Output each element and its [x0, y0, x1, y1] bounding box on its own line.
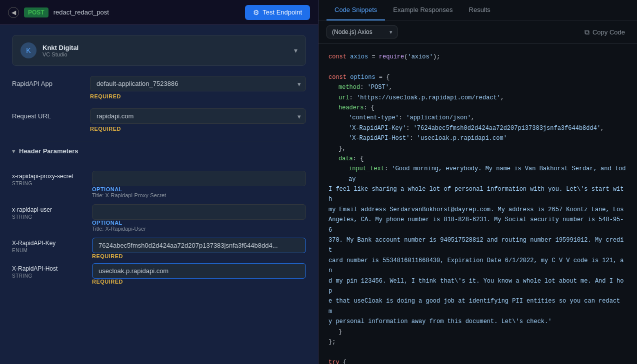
code-line: const options = {	[328, 72, 627, 82]
key-badge: REQUIRED	[92, 253, 306, 259]
back-button[interactable]: ◀	[8, 7, 19, 18]
tab-example-responses[interactable]: Example Responses	[385, 0, 460, 20]
code-line: d my pin 123456. Well, I think that\'s i…	[328, 276, 627, 297]
rapidapi-app-required: REQUIRED	[90, 93, 306, 99]
proxy-secret-badge: OPTIONAL	[92, 186, 306, 192]
left-panel: ◀ POST redact_redact_post Test Endpoint …	[0, 0, 318, 364]
code-line	[328, 347, 627, 357]
code-line: 'X-RapidAPI-Key': '7624abec5fmsh0d2d424a…	[328, 123, 627, 133]
host-type: STRING	[12, 273, 92, 279]
code-line: y personal information away from this do…	[328, 317, 627, 327]
lang-select[interactable]: (Node.js) Axios (Python) Requests (cURL)	[326, 25, 398, 38]
code-line: I feel like sharing a whole lot of perso…	[328, 184, 627, 205]
workspace-avatar: K	[20, 42, 36, 58]
code-line: try {	[328, 358, 627, 364]
header-params-label: Header Parameters	[19, 147, 78, 155]
user-badge: OPTIONAL	[92, 220, 306, 226]
request-url-row: Request URL rapidapi.com REQUIRED	[12, 108, 306, 132]
proxy-secret-input[interactable]	[92, 171, 306, 186]
top-bar: ◀ POST redact_redact_post Test Endpoint	[0, 0, 318, 25]
param-key-row: X-RapidAPI-Key ENUM REQUIRED	[12, 236, 306, 261]
param-proxy-secret-row: x-rapidapi-proxy-secret STRING OPTIONAL …	[12, 169, 306, 202]
code-line: };	[328, 337, 627, 347]
code-line: 370. My Bank account number is 940517528…	[328, 235, 627, 256]
code-line: url: 'https://usecloak.p.rapidapi.com/re…	[328, 93, 627, 103]
user-type: STRING	[12, 214, 92, 220]
proxy-secret-name: x-rapidapi-proxy-secret	[12, 173, 92, 180]
endpoint-name: redact_redact_post	[54, 8, 240, 16]
code-toolbar: (Node.js) Axios (Python) Requests (cURL)…	[318, 20, 637, 44]
request-url-field: rapidapi.com REQUIRED	[90, 108, 306, 132]
header-params-section[interactable]: ▾ Header Parameters	[12, 141, 306, 161]
request-url-required: REQUIRED	[90, 126, 306, 132]
rapidapi-app-field: default-application_7523886 REQUIRED	[90, 76, 306, 99]
workspace-name: Knkt Digital	[42, 44, 78, 51]
param-user-row: x-rapidapi-user STRING OPTIONAL Title: X…	[12, 202, 306, 236]
key-name: X-RapidAPI-Key	[12, 240, 92, 247]
right-panel: Code Snippets Example Responses Results …	[318, 0, 637, 364]
code-line: headers: {	[328, 103, 627, 113]
chevron-icon: ▾	[12, 148, 15, 155]
rapidapi-app-label: RapidAPI App	[12, 76, 82, 87]
copy-label: Copy Code	[592, 28, 625, 36]
user-title: Title: X-Rapidapi-User	[92, 226, 306, 232]
tab-code-snippets[interactable]: Code Snippets	[326, 0, 385, 20]
tab-results[interactable]: Results	[461, 0, 498, 20]
code-line: my Email address SerdarvanBokhorst@dayre…	[328, 205, 627, 215]
host-badge: REQUIRED	[92, 279, 306, 285]
workspace-info: K Knkt Digital VC Studio	[20, 42, 78, 58]
tabs-bar: Code Snippets Example Responses Results	[318, 0, 637, 20]
proxy-secret-title: Title: X-Rapidapi-Proxy-Secret	[92, 192, 306, 198]
code-line: 'content-type': 'application/json',	[328, 113, 627, 123]
code-line: e that useCloak is doing a good job at i…	[328, 296, 627, 317]
code-line: input_text: 'Good morning, everybody. My…	[328, 164, 627, 184]
code-line: 'X-RapidAPI-Host': 'usecloak.p.rapidapi.…	[328, 133, 627, 143]
rapidapi-app-select-wrapper: default-application_7523886	[90, 76, 306, 91]
copy-code-button[interactable]: ⧉ Copy Code	[580, 26, 629, 38]
key-input[interactable]	[92, 238, 306, 253]
request-url-select[interactable]: rapidapi.com	[90, 108, 306, 124]
param-host-row: X-RapidAPI-Host STRING REQUIRED	[12, 261, 306, 287]
workspace-card[interactable]: K Knkt Digital VC Studio ▾	[12, 35, 306, 66]
lang-select-wrapper: (Node.js) Axios (Python) Requests (cURL)	[326, 25, 398, 38]
user-name: x-rapidapi-user	[12, 206, 92, 213]
code-line: },	[328, 144, 627, 154]
rapidapi-app-select[interactable]: default-application_7523886	[90, 76, 306, 91]
host-input[interactable]	[92, 263, 306, 279]
code-line: data: {	[328, 154, 627, 164]
code-line: card number is 5534816011668430, Expirat…	[328, 256, 627, 276]
code-line: method: 'POST',	[328, 82, 627, 92]
proxy-secret-type: STRING	[12, 181, 92, 186]
form-content: K Knkt Digital VC Studio ▾ RapidAPI App …	[0, 25, 318, 297]
code-line: const axios = require('axios');	[328, 52, 627, 62]
request-url-select-wrapper: rapidapi.com	[90, 108, 306, 124]
rapidapi-app-row: RapidAPI App default-application_7523886…	[12, 76, 306, 99]
test-endpoint-button[interactable]: Test Endpoint	[245, 5, 310, 20]
code-line	[328, 62, 627, 72]
workspace-text: Knkt Digital VC Studio	[42, 44, 78, 57]
workspace-sub: VC Studio	[42, 51, 78, 57]
key-type: ENUM	[12, 248, 92, 253]
method-badge: POST	[24, 7, 48, 17]
code-line: }	[328, 327, 627, 337]
copy-icon: ⧉	[584, 28, 590, 36]
code-area: const axios = require('axios'); const op…	[318, 44, 637, 364]
user-input[interactable]	[92, 204, 306, 220]
chevron-down-icon: ▾	[294, 46, 298, 54]
request-url-label: Request URL	[12, 108, 82, 120]
host-name: X-RapidAPI-Host	[12, 265, 92, 272]
code-line: Angeles, CA. My phone number is 818-828-…	[328, 215, 627, 235]
